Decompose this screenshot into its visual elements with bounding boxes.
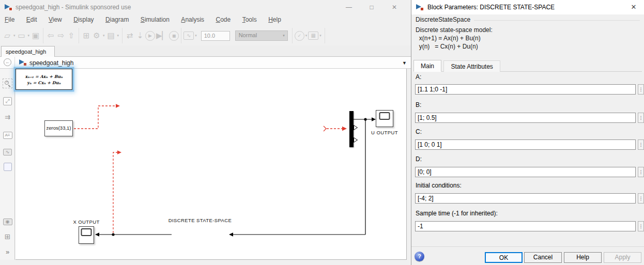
minimize-icon[interactable]: — (342, 2, 356, 12)
gear-icon[interactable]: ⚙ (91, 31, 102, 40)
sample-time-edit-icon[interactable]: ⋮ (638, 221, 644, 231)
menu-edit[interactable]: Edit (22, 14, 42, 25)
group-etch-line (474, 20, 640, 21)
tab-state-attributes[interactable]: State Attributes (443, 60, 500, 72)
menu-simulation[interactable]: Simulation (136, 14, 174, 25)
save-icon[interactable]: ▣ (30, 31, 41, 40)
initial-conditions-input[interactable] (415, 193, 636, 204)
mux-block[interactable] (349, 111, 358, 147)
menu-help[interactable]: Help (264, 14, 286, 25)
camera-icon[interactable]: ◉ (0, 216, 15, 225)
field-b-input[interactable] (415, 113, 636, 123)
model-browser-icon[interactable]: ⊞ (0, 232, 15, 241)
menu-bar: File Edit View Display Diagram Simulatio… (0, 14, 411, 26)
u-output-scope-block[interactable] (376, 110, 393, 127)
breadcrumb-dropdown-icon[interactable]: ▼ (402, 60, 407, 66)
field-b-label: B: (416, 101, 421, 108)
block-parameters-dialog: Block Parameters: DISCRETE STATE-SPACE ✕… (411, 0, 644, 265)
field-c-edit-icon[interactable]: ⋮ (638, 139, 644, 150)
stop-icon[interactable]: ◼ (169, 31, 179, 41)
dialog-title: Block Parameters: DISCRETE STATE-SPACE (427, 4, 555, 11)
ok-button[interactable]: OK (485, 252, 523, 263)
toolbar-sim-group: ⇄ ⇣ ▶ ▶▏ ◼ (122, 28, 181, 43)
sim-stop-time-input[interactable] (201, 31, 230, 41)
maximize-icon[interactable]: □ (365, 2, 378, 12)
close-icon[interactable]: ✕ (388, 2, 401, 12)
library-browser-icon[interactable]: ⊞ (81, 31, 91, 40)
sample-time-input[interactable] (415, 221, 636, 231)
up-to-parent-icon[interactable]: ⇧ (66, 31, 76, 40)
field-c-input[interactable] (415, 139, 636, 150)
step-forward-icon[interactable]: ▶▏ (155, 31, 169, 40)
field-a-edit-icon[interactable]: ⋮ (638, 84, 644, 95)
signal-wires[interactable] (16, 69, 407, 260)
model-advisor-icon[interactable]: ✓ (295, 31, 304, 41)
description-line-1: Discrete state-space model: (416, 26, 493, 34)
help-icon[interactable]: ? (415, 252, 424, 261)
breadcrumb[interactable]: speedgoat_high (29, 59, 73, 67)
tab-main[interactable]: Main (413, 60, 441, 72)
toolbar-config-group: ⊞ ⚙ ▾ ▤ ▾ (79, 28, 122, 43)
area-box-icon[interactable] (0, 163, 15, 173)
model-tab-bar: speedgoat_high (0, 45, 411, 57)
back-icon[interactable]: ⇦ (45, 31, 56, 40)
menu-code[interactable]: Code (211, 14, 236, 25)
dialog-title-bar: Block Parameters: DISCRETE STATE-SPACE ✕ (411, 0, 644, 14)
simulation-display-icon[interactable]: ∿ (183, 32, 194, 40)
simulink-dialog-icon (416, 4, 424, 11)
x-output-scope-block[interactable] (79, 226, 94, 244)
open-caret-icon[interactable]: ▾ (27, 34, 31, 38)
run-icon[interactable]: ▶ (145, 31, 155, 41)
x-output-label: X OUTPUT (69, 219, 103, 225)
menu-tools[interactable]: Tools (238, 14, 262, 25)
model-advisor-caret-icon[interactable]: ▾ (304, 34, 309, 38)
field-d-input[interactable] (415, 167, 636, 177)
sim-mode-value: Normal (239, 32, 257, 38)
new-model-icon[interactable]: ▱ (2, 31, 12, 40)
field-a-input[interactable] (415, 84, 636, 95)
description-line-3: y(n) = Cx(n) + Du(n) (416, 42, 478, 51)
constant-block[interactable]: zeros(33,1) (44, 120, 73, 136)
help-button[interactable]: Help (564, 252, 602, 263)
simulation-display-caret-icon[interactable]: ▾ (194, 34, 198, 38)
field-b-edit-icon[interactable]: ⋮ (638, 113, 644, 123)
model-config-icon[interactable]: ▤ (106, 31, 116, 40)
model-canvas[interactable]: zeros(33,1) U OUTPUT X OUTPUT DISCRETE S… (16, 69, 407, 260)
tab-speedgoat-high[interactable]: speedgoat_high (1, 46, 55, 57)
palette-sidebar: + ⤢ ⇉ A≡ ∿ ◉ ⊞ » (0, 69, 15, 260)
image-icon[interactable]: ∿ (0, 146, 15, 155)
menu-diagram[interactable]: Diagram (101, 14, 133, 25)
gear-caret-icon[interactable]: ▾ (102, 34, 106, 38)
field-d-edit-icon[interactable]: ⋮ (638, 167, 644, 177)
screen: speedgoat_high - Simulink sponsored use … (0, 0, 644, 265)
dialog-close-icon[interactable]: ✕ (628, 3, 639, 12)
build-caret-icon[interactable]: ▾ (318, 34, 323, 38)
build-icon[interactable]: ▦ (308, 32, 318, 40)
refresh-icon[interactable]: ⇄ (125, 31, 135, 40)
menu-analysis[interactable]: Analysis (176, 14, 209, 25)
fit-to-view-icon[interactable]: ⤢ (0, 96, 15, 105)
apply-button[interactable]: Apply (604, 252, 641, 263)
state-space-block-title: DISCRETE STATE-SPACE (159, 217, 241, 223)
zoom-icon[interactable]: + (3, 79, 12, 88)
open-icon[interactable]: ▭ (17, 31, 27, 40)
menu-display[interactable]: Display (69, 14, 98, 25)
menu-file[interactable]: File (0, 14, 19, 25)
cancel-button[interactable]: Cancel (524, 252, 562, 263)
window-title: speedgoat_high - Simulink sponsored use (16, 4, 131, 11)
description-line-2: x(n+1) = Ax(n) + Bu(n) (416, 34, 481, 42)
initial-conditions-edit-icon[interactable]: ⋮ (638, 193, 644, 204)
sample-time-label: Sample time (-1 for inherited): (416, 210, 498, 217)
new-model-caret-icon[interactable]: ▾ (12, 34, 17, 38)
sim-mode-select[interactable]: Normal ▾ (235, 30, 288, 41)
signal-routing-icon[interactable]: ⇉ (0, 113, 15, 121)
menu-view[interactable]: View (44, 14, 67, 25)
expand-palette-icon[interactable]: » (0, 248, 15, 256)
forward-icon[interactable]: ⇨ (56, 31, 66, 40)
toolbar: ▱ ▾ ▭ ▾ ▣ ⇦ ⇨ ⇧ ⊞ ⚙ ▾ ▤ ▾ ⇄ ⇣ ▶ (0, 26, 411, 45)
field-a-label: A: (416, 73, 421, 81)
update-diagram-icon[interactable]: ⇣ (135, 31, 145, 40)
model-config-caret-icon[interactable]: ▾ (116, 34, 120, 38)
annotation-icon[interactable]: A≡ (0, 129, 15, 139)
breadcrumb-back-icon[interactable]: ← (4, 58, 11, 66)
